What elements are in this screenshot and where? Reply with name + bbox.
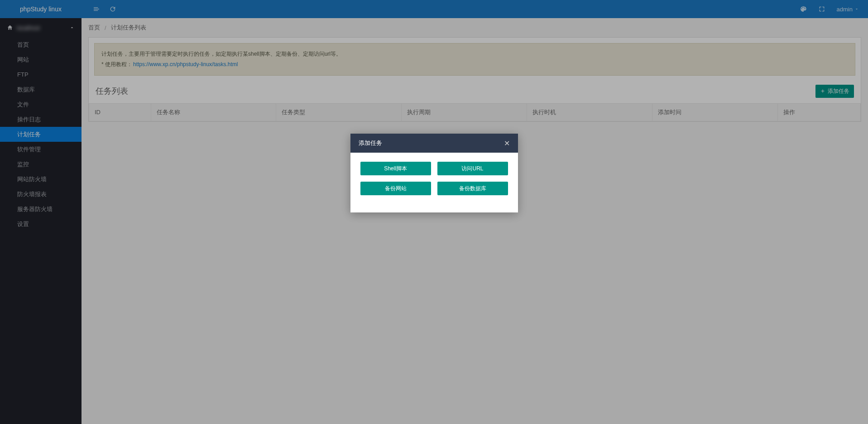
modal-overlay[interactable]: 添加任务 ✕ Shell脚本访问URL备份网站备份数据库 xyxy=(0,0,868,18)
